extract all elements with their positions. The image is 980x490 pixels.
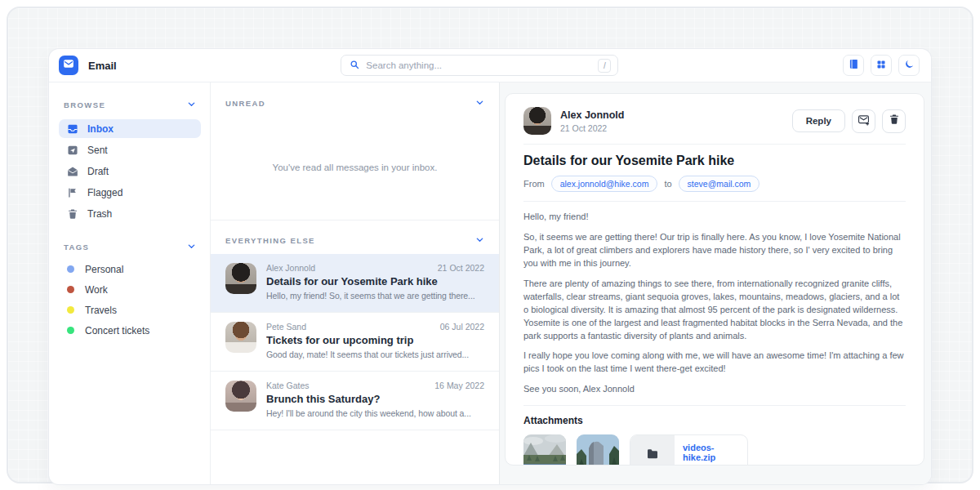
sidebar-item-label: Draft [87,166,109,177]
email-subject: Tickets for our upcoming trip [266,334,484,346]
attachment-zip-card[interactable]: videos-hike.zip 100 MB [630,434,748,466]
email-detail-card: Alex Jonnold 21 Oct 2022 Reply [505,93,924,466]
unread-section-label: UNREAD [225,99,265,108]
message-list-panel: UNREAD You've read all messages in your … [211,82,500,484]
to-label: to [664,179,671,189]
attachment-photo-valley[interactable] [523,434,566,466]
sent-icon [67,145,78,156]
sidebar-item-inbox[interactable]: Inbox [59,119,201,138]
sidebar-item-label: Trash [87,208,112,220]
email-list-item[interactable]: Kate Gates 16 May 2022 Brunch this Satur… [211,372,499,430]
tag-item-travels[interactable]: Travels [59,300,201,320]
unread-empty-message: You've read all messages in your inbox. [211,163,499,172]
delete-email-button[interactable] [882,109,906,133]
tag-label: Travels [85,305,117,316]
draft-icon [67,166,78,177]
apps-grid-icon [876,58,886,73]
reading-pane: Alex Jonnold 21 Oct 2022 Reply [500,82,931,484]
tag-item-work[interactable]: Work [59,279,201,300]
everything-else-label: EVERYTHING ELSE [225,236,315,245]
dark-mode-toggle[interactable] [898,55,920,76]
envelope-plus-icon [858,114,870,129]
flag-icon [67,187,78,198]
tag-dot [67,265,74,273]
reply-button[interactable]: Reply [792,109,845,132]
chevron-down-icon[interactable] [475,233,484,247]
body-paragraph: I really hope you love coming along with… [523,350,906,376]
trash-icon [889,114,900,128]
chevron-down-icon[interactable] [187,97,196,112]
tag-dot [67,286,74,293]
avatar [225,263,256,294]
avatar [225,381,256,412]
email-preview: Hey! I'll be around the city this weeken… [266,408,484,418]
search-shortcut-key: / [598,59,611,73]
tags-section-label: TAGS [64,243,89,252]
inbox-icon [67,123,78,135]
email-body: Hello, my friend! So, it seems we are ge… [523,211,906,396]
chevron-down-icon[interactable] [475,96,484,110]
email-sender: Pete Sand [266,322,306,332]
sidebar: BROWSE Inbox Sent [49,82,211,484]
detail-subject: Details for our Yosemite Park hike [523,154,906,168]
tag-label: Personal [85,264,123,275]
from-email-chip[interactable]: alex.jonnold@hike.com [551,176,658,192]
forward-email-button[interactable] [852,109,875,133]
tag-label: Work [85,284,108,296]
apps-grid-button[interactable] [871,55,892,76]
body-paragraph: Hello, my friend! [523,211,906,224]
sidebar-item-label: Inbox [87,123,114,135]
tag-dot [67,306,74,314]
email-list-item[interactable]: Alex Jonnold 21 Oct 2022 Details for our… [211,254,499,313]
email-date: 06 Jul 2022 [440,322,484,332]
sidebar-item-flagged[interactable]: Flagged [59,183,201,202]
zip-file-name: videos-hike.zip [683,443,739,462]
tag-item-personal[interactable]: Personal [59,259,201,279]
chevron-down-icon[interactable] [187,239,196,254]
sidebar-item-draft[interactable]: Draft [59,162,201,180]
tag-dot [67,327,74,334]
sidebar-item-trash[interactable]: Trash [59,204,201,223]
sidebar-item-label: Flagged [87,187,122,198]
search-bar[interactable]: / [341,55,618,76]
email-list-item[interactable]: Pete Sand 06 Jul 2022 Tickets for our up… [211,313,499,372]
reading-list-button[interactable] [843,55,864,76]
tag-item-concert-tickets[interactable]: Concert tickets [59,320,201,341]
avatar [523,107,551,135]
browse-section-label: BROWSE [64,100,105,109]
sidebar-item-label: Sent [87,145,108,156]
to-email-chip[interactable]: steve@mail.com [679,176,760,192]
email-sender: Alex Jonnold [266,263,315,273]
top-bar: Email / [49,49,931,82]
detail-date: 21 Oct 2022 [560,123,624,133]
email-subject: Details for our Yosemite Park hike [266,275,484,287]
email-app-window: Email / [49,49,931,484]
divider [523,144,906,145]
search-icon [350,58,359,73]
email-preview: Good day, mate! It seems that our ticket… [266,350,484,359]
email-subject: Brunch this Saturday? [266,393,484,405]
app-title: Email [88,60,117,72]
attachment-photo-half-dome[interactable] [577,434,619,466]
attachments-label: Attachments [523,415,906,426]
body-paragraph: So, it seems we are getting there! Our t… [523,231,906,270]
unread-section: UNREAD You've read all messages in your … [211,82,499,220]
divider [523,405,906,406]
body-paragraph: There are plenty of amazing things to se… [523,278,906,343]
trash-icon [67,208,78,220]
folder-icon [646,448,659,464]
from-label: From [523,179,545,189]
email-preview: Hello, my friend! So, it seems that we a… [266,291,484,301]
email-sender: Kate Gates [266,381,310,390]
avatar [225,322,256,353]
envelope-icon [63,58,74,73]
email-date: 16 May 2022 [434,381,484,390]
sidebar-item-sent[interactable]: Sent [59,140,201,159]
everything-else-section-header: EVERYTHING ELSE [211,220,499,254]
body-paragraph: See you soon, Alex Jonnold [523,383,906,396]
tag-label: Concert tickets [85,325,149,336]
search-input[interactable] [366,60,591,70]
divider [523,201,906,202]
app-logo [59,56,78,75]
moon-icon [904,58,915,73]
